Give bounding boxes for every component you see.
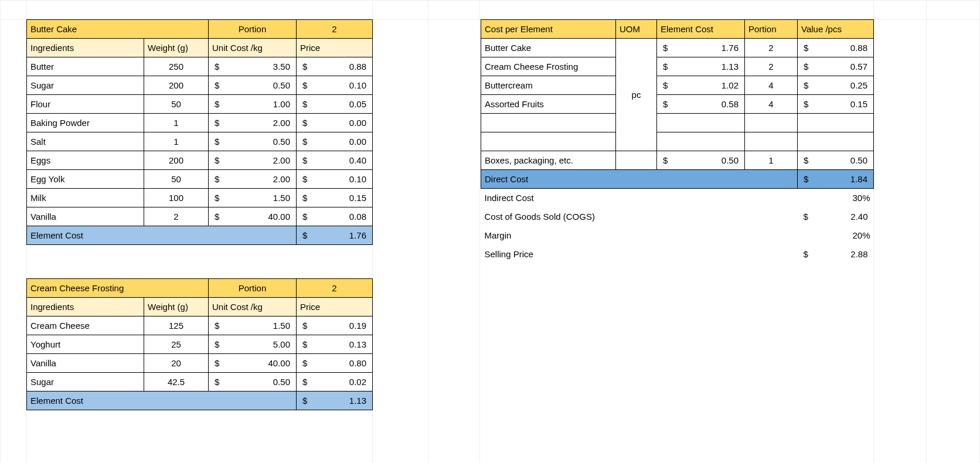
cogs-value[interactable]: $2.40 <box>798 207 874 226</box>
packaging-name[interactable]: Boxes, packaging, etc. <box>481 151 616 170</box>
table-row[interactable]: Assorted Fruits <box>481 95 616 114</box>
ingredient-name[interactable]: Vanilla <box>27 354 144 373</box>
ingredient-price[interactable]: $0.15 <box>297 189 373 207</box>
ingredient-name[interactable]: Butter <box>27 57 144 76</box>
table-row[interactable]: Buttercream <box>481 76 616 95</box>
recipe1-col-price[interactable]: Price <box>297 39 373 57</box>
ingredient-weight[interactable]: 25 <box>144 335 209 354</box>
ingredient-name[interactable]: Sugar <box>27 373 144 391</box>
ingredient-price[interactable]: $0.08 <box>297 207 373 226</box>
summary-ec[interactable]: $1.02 <box>657 76 745 95</box>
packaging-portion[interactable]: 1 <box>745 151 798 170</box>
ingredient-price[interactable]: $0.40 <box>297 151 373 170</box>
ingredient-weight[interactable]: 1 <box>144 114 209 132</box>
recipe1-portion-label[interactable]: Portion <box>209 20 297 39</box>
ingredient-name[interactable]: Yoghurt <box>27 335 144 354</box>
recipe2-title[interactable]: Cream Cheese Frosting <box>27 279 209 298</box>
ingredient-name[interactable]: Salt <box>27 132 144 151</box>
recipe1-total-value[interactable]: $1.76 <box>297 226 373 245</box>
indirect-cost-value[interactable]: 30% <box>798 189 874 207</box>
empty-cell[interactable] <box>616 151 657 170</box>
summary-vp[interactable]: $0.88 <box>798 39 874 57</box>
recipe1-total-label[interactable]: Element Cost <box>27 226 297 245</box>
ingredient-price[interactable]: $0.10 <box>297 170 373 189</box>
ingredient-unitcost[interactable]: $0.50 <box>209 373 297 391</box>
ingredient-price[interactable]: $0.00 <box>297 114 373 132</box>
summary-portion[interactable]: 4 <box>745 95 798 114</box>
ingredient-weight[interactable]: 250 <box>144 57 209 76</box>
ingredient-name[interactable]: Sugar <box>27 76 144 95</box>
summary-portion[interactable]: 2 <box>745 57 798 76</box>
summary-portion[interactable]: 4 <box>745 76 798 95</box>
recipe2-col-price[interactable]: Price <box>297 298 373 316</box>
ingredient-weight[interactable]: 1 <box>144 132 209 151</box>
summary-portion[interactable]: 2 <box>745 39 798 57</box>
ingredient-unitcost[interactable]: $2.00 <box>209 151 297 170</box>
empty-cell[interactable] <box>481 114 616 132</box>
ingredient-name[interactable]: Baking Powder <box>27 114 144 132</box>
summary-col-uom[interactable]: UOM <box>616 20 657 39</box>
ingredient-weight[interactable]: 50 <box>144 170 209 189</box>
empty-cell[interactable] <box>481 132 616 151</box>
recipe1-col-wt[interactable]: Weight (g) <box>144 39 209 57</box>
recipe2-portion-value[interactable]: 2 <box>297 279 373 298</box>
cogs-label[interactable]: Cost of Goods Sold (COGS) <box>481 207 798 226</box>
recipe2-col-ing[interactable]: Ingredients <box>27 298 144 316</box>
summary-uom-value[interactable]: pc <box>616 39 657 151</box>
ingredient-unitcost[interactable]: $3.50 <box>209 57 297 76</box>
ingredient-price[interactable]: $0.88 <box>297 57 373 76</box>
ingredient-name[interactable]: Milk <box>27 189 144 207</box>
ingredient-unitcost[interactable]: $2.00 <box>209 114 297 132</box>
empty-cell[interactable] <box>657 114 745 132</box>
recipe1-col-ing[interactable]: Ingredients <box>27 39 144 57</box>
ingredient-name[interactable]: Flour <box>27 95 144 114</box>
packaging-vp[interactable]: $0.50 <box>798 151 874 170</box>
ingredient-unitcost[interactable]: $40.00 <box>209 207 297 226</box>
summary-ec[interactable]: $1.13 <box>657 57 745 76</box>
ingredient-weight[interactable]: 200 <box>144 76 209 95</box>
ingredient-name[interactable]: Eggs <box>27 151 144 170</box>
ingredient-weight[interactable]: 125 <box>144 316 209 335</box>
summary-col-vp[interactable]: Value /pcs <box>798 20 874 39</box>
empty-cell[interactable] <box>798 132 874 151</box>
table-row[interactable]: Butter Cake <box>481 39 616 57</box>
ingredient-weight[interactable]: 200 <box>144 151 209 170</box>
table-row[interactable]: Cream Cheese Frosting <box>481 57 616 76</box>
empty-cell[interactable] <box>745 132 798 151</box>
ingredient-weight[interactable]: 50 <box>144 95 209 114</box>
recipe2-total-label[interactable]: Element Cost <box>27 391 297 410</box>
summary-ec[interactable]: $0.58 <box>657 95 745 114</box>
ingredient-name[interactable]: Egg Yolk <box>27 170 144 189</box>
summary-col-cpe[interactable]: Cost per Element <box>481 20 616 39</box>
ingredient-price[interactable]: $0.13 <box>297 335 373 354</box>
ingredient-unitcost[interactable]: $2.00 <box>209 170 297 189</box>
recipe1-title[interactable]: Butter Cake <box>27 20 209 39</box>
ingredient-unitcost[interactable]: $1.00 <box>209 95 297 114</box>
recipe1-col-uc[interactable]: Unit Cost /kg <box>209 39 297 57</box>
selling-price-value[interactable]: $2.88 <box>798 245 874 264</box>
summary-ec[interactable]: $1.76 <box>657 39 745 57</box>
direct-cost-value[interactable]: $1.84 <box>798 170 874 189</box>
ingredient-weight[interactable]: 2 <box>144 207 209 226</box>
recipe1-portion-value[interactable]: 2 <box>297 20 373 39</box>
ingredient-unitcost[interactable]: $5.00 <box>209 335 297 354</box>
ingredient-name[interactable]: Cream Cheese <box>27 316 144 335</box>
ingredient-price[interactable]: $0.00 <box>297 132 373 151</box>
margin-value[interactable]: 20% <box>798 226 874 245</box>
ingredient-unitcost[interactable]: $0.50 <box>209 76 297 95</box>
packaging-ec[interactable]: $0.50 <box>657 151 745 170</box>
recipe2-total-value[interactable]: $1.13 <box>297 391 373 410</box>
ingredient-unitcost[interactable]: $40.00 <box>209 354 297 373</box>
ingredient-price[interactable]: $0.80 <box>297 354 373 373</box>
ingredient-unitcost[interactable]: $1.50 <box>209 189 297 207</box>
ingredient-unitcost[interactable]: $1.50 <box>209 316 297 335</box>
empty-cell[interactable] <box>657 132 745 151</box>
ingredient-price[interactable]: $0.02 <box>297 373 373 391</box>
summary-vp[interactable]: $0.25 <box>798 76 874 95</box>
empty-cell[interactable] <box>745 114 798 132</box>
ingredient-price[interactable]: $0.10 <box>297 76 373 95</box>
ingredient-name[interactable]: Vanilla <box>27 207 144 226</box>
summary-vp[interactable]: $0.15 <box>798 95 874 114</box>
indirect-cost-label[interactable]: Indirect Cost <box>481 189 798 207</box>
empty-cell[interactable] <box>798 114 874 132</box>
